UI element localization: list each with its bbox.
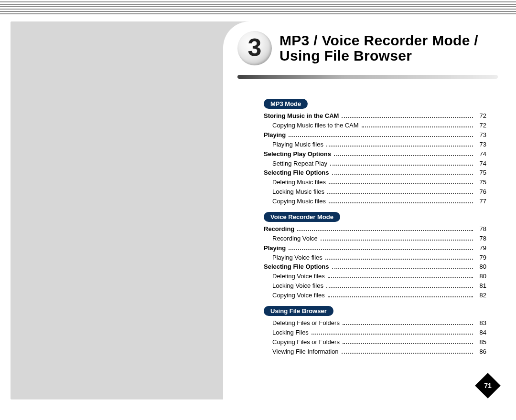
toc-entry-page: 80 <box>476 262 486 272</box>
leader-dots <box>289 136 473 137</box>
toc-entry: Locking Voice files81 <box>264 282 486 291</box>
toc-entry-page: 82 <box>476 291 486 300</box>
leader-dots <box>342 117 473 118</box>
leader-dots <box>326 146 473 147</box>
toc-entry-label: Copying Music files to the CAM <box>272 121 359 130</box>
section-heading-pill: MP3 Mode <box>264 99 308 109</box>
leader-dots <box>329 183 473 184</box>
toc-entry: Copying Files or Folders85 <box>264 338 486 347</box>
toc-entry: Copying Voice files82 <box>264 291 486 300</box>
toc-entry: Copying Music files77 <box>264 197 486 206</box>
leader-dots <box>332 174 473 175</box>
toc-entry-page: 78 <box>476 234 486 243</box>
leader-dots <box>362 126 473 127</box>
toc-entry-page: 72 <box>476 121 486 130</box>
toc-entry-label: Copying Files or Folders <box>272 338 340 347</box>
toc-entry-label: Playing <box>264 244 286 253</box>
toc-entry-page: 81 <box>476 282 486 291</box>
toc-entry-label: Copying Voice files <box>272 291 325 300</box>
toc-entry: Copying Music files to the CAM72 <box>264 121 486 130</box>
toc-entry-label: Deleting Files or Folders <box>272 319 340 328</box>
leader-dots <box>289 249 473 250</box>
toc-section: Using File BrowserDeleting Files or Fold… <box>264 304 486 357</box>
toc-entry-page: 84 <box>476 328 486 337</box>
chapter-title-line2: Using File Browser <box>280 48 478 63</box>
toc-entry-page: 74 <box>476 159 486 168</box>
page-frame: 3 MP3 / Voice Recorder Mode / Using File… <box>11 21 505 399</box>
chapter-title-line1: MP3 / Voice Recorder Mode / <box>280 33 478 48</box>
toc-entry-page: 78 <box>476 225 486 234</box>
toc-entry: Deleting Files or Folders83 <box>264 319 486 328</box>
toc-entry-page: 73 <box>476 131 486 140</box>
toc-entry-page: 75 <box>476 168 486 178</box>
leader-dots <box>327 193 473 194</box>
toc-entry: Selecting Play Options74 <box>264 150 486 159</box>
leader-dots <box>321 240 473 241</box>
leader-dots <box>312 334 473 335</box>
toc-entry-label: Recording Voice <box>272 234 318 243</box>
toc-entry-page: 85 <box>476 338 486 347</box>
toc-entry-label: Playing <box>264 131 286 140</box>
toc-entry-label: Deleting Music files <box>272 178 326 187</box>
leader-dots <box>326 287 473 288</box>
leader-dots <box>330 165 473 166</box>
leader-dots <box>343 343 473 344</box>
chapter-number: 3 <box>248 33 262 62</box>
page-number-badge: 71 <box>479 377 497 395</box>
toc-entry: Playing Voice files79 <box>264 253 486 262</box>
leader-dots <box>328 277 473 278</box>
toc-entry-page: 86 <box>476 347 486 357</box>
leader-dots <box>297 230 473 231</box>
chapter-title: 3 MP3 / Voice Recorder Mode / Using File… <box>237 31 478 65</box>
leader-dots <box>329 202 473 203</box>
toc-entry-label: Recording <box>264 225 294 234</box>
toc-entry-page: 73 <box>476 140 486 149</box>
toc-entry-label: Copying Music files <box>272 197 326 206</box>
toc-entry: Selecting File Options75 <box>264 168 486 178</box>
toc-entry-label: Viewing File Information <box>272 347 339 357</box>
section-heading-pill: Voice Recorder Mode <box>264 212 340 222</box>
toc-entry-label: Setting Repeat Play <box>272 159 327 168</box>
toc-entry-page: 76 <box>476 188 486 197</box>
chapter-title-text: MP3 / Voice Recorder Mode / Using File B… <box>280 33 478 64</box>
leader-dots <box>325 259 473 260</box>
toc-entry: Recording78 <box>264 225 486 234</box>
toc-entry-label: Playing Music files <box>272 140 323 149</box>
toc-entry-label: Playing Voice files <box>272 253 322 262</box>
toc-entry: Playing73 <box>264 131 486 140</box>
toc-entry-page: 83 <box>476 319 486 328</box>
toc-section: MP3 ModeStoring Music in the CAM72Copyin… <box>264 97 486 206</box>
toc-entry: Selecting File Options80 <box>264 262 486 272</box>
toc-entry: Locking Files84 <box>264 328 486 337</box>
toc-entry-label: Storing Music in the CAM <box>264 112 339 121</box>
content-card: 3 MP3 / Voice Recorder Mode / Using File… <box>223 21 505 399</box>
page-background: 3 MP3 / Voice Recorder Mode / Using File… <box>11 21 505 399</box>
title-underline <box>237 75 498 79</box>
toc-entry-label: Selecting File Options <box>264 262 329 272</box>
toc-entry-page: 80 <box>476 272 486 281</box>
toc-entry: Storing Music in the CAM72 <box>264 112 486 121</box>
table-of-contents: MP3 ModeStoring Music in the CAM72Copyin… <box>264 93 486 357</box>
toc-entry-page: 79 <box>476 253 486 262</box>
toc-entry-label: Selecting Play Options <box>264 150 331 159</box>
chapter-circle-icon: 3 <box>237 31 272 65</box>
leader-dots <box>328 296 473 297</box>
leader-dots <box>343 324 473 325</box>
toc-entry-label: Deleting Voice files <box>272 272 325 281</box>
leader-dots <box>334 155 473 156</box>
toc-entry: Playing Music files73 <box>264 140 486 149</box>
toc-section: Voice Recorder ModeRecording78Recording … <box>264 210 486 300</box>
toc-entry: Deleting Voice files80 <box>264 272 486 281</box>
toc-entry: Deleting Music files75 <box>264 178 486 187</box>
toc-entry: Locking Music files76 <box>264 188 486 197</box>
toc-entry-label: Locking Music files <box>272 188 324 197</box>
leader-dots <box>342 353 473 354</box>
toc-entry-label: Locking Voice files <box>272 282 323 291</box>
toc-entry: Playing79 <box>264 244 486 253</box>
toc-entry-page: 75 <box>476 178 486 187</box>
toc-entry-page: 74 <box>476 150 486 159</box>
toc-entry-page: 72 <box>476 112 486 121</box>
toc-entry: Recording Voice78 <box>264 234 486 243</box>
section-heading-pill: Using File Browser <box>264 306 333 316</box>
decorative-top-bars <box>0 0 516 17</box>
